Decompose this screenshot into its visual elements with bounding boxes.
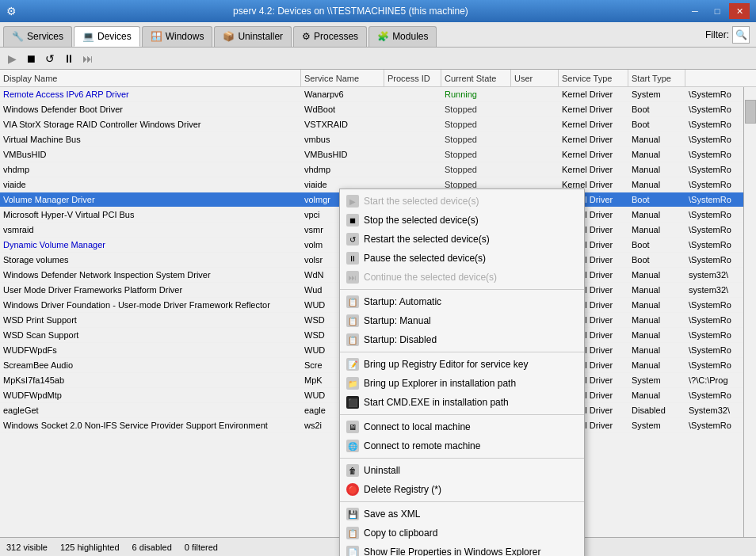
maximize-button[interactable]: □ bbox=[707, 3, 727, 19]
cell-user bbox=[511, 102, 559, 116]
cell-display-name: Windows Defender Network Inspection Syst… bbox=[0, 268, 301, 282]
cell-service-type: Kernel Driver bbox=[559, 117, 628, 131]
context-menu-item[interactable]: 📋 Startup: Automatic bbox=[340, 292, 584, 311]
pause-btn[interactable]: ⏸ bbox=[60, 50, 78, 67]
tab-modules[interactable]: 🧩 Modules bbox=[368, 26, 437, 47]
processes-icon: ⚙ bbox=[302, 31, 311, 42]
cell-display-name: WUDFWpdFs bbox=[0, 343, 301, 357]
cell-display-name: WSD Scan Support bbox=[0, 328, 301, 342]
cell-start-type: Boot bbox=[628, 192, 685, 207]
uninstaller-icon: 📦 bbox=[223, 31, 235, 42]
cell-start-type: Disabled bbox=[628, 403, 685, 417]
col-display-name[interactable]: Display Name bbox=[0, 70, 301, 86]
cell-service-name: WdBoot bbox=[301, 102, 384, 116]
continue-btn[interactable]: ⏭ bbox=[79, 50, 97, 67]
cell-path: system32\ bbox=[685, 268, 743, 282]
cell-path: \SystemRo bbox=[685, 238, 743, 252]
table-row[interactable]: VMBusHID VMBusHID Stopped Kernel Driver … bbox=[0, 147, 743, 162]
stop-btn[interactable]: ⏹ bbox=[22, 50, 40, 67]
context-item-label: Bring up Registry Editor for service key bbox=[364, 359, 528, 370]
cell-start-type: Manual bbox=[628, 313, 685, 327]
context-menu-item[interactable]: 💾 Save as XML bbox=[340, 505, 584, 524]
cell-service-type: Kernel Driver bbox=[559, 87, 628, 101]
col-service-name[interactable]: Service Name bbox=[301, 70, 384, 86]
context-menu-item[interactable]: 🗑 Uninstall bbox=[340, 461, 584, 480]
tab-windows[interactable]: 🪟 Windows bbox=[142, 26, 213, 47]
col-service-type[interactable]: Service Type bbox=[559, 70, 628, 86]
tab-processes[interactable]: ⚙ Processes bbox=[293, 26, 367, 47]
table-row[interactable]: Windows Defender Boot Driver WdBoot Stop… bbox=[0, 102, 743, 117]
col-current-state[interactable]: Current State bbox=[441, 70, 511, 86]
cell-state: Stopped bbox=[441, 117, 511, 131]
cell-service-type: Kernel Driver bbox=[559, 102, 628, 116]
context-menu-item[interactable]: 📋 Startup: Manual bbox=[340, 311, 584, 330]
context-item-icon: 📋 bbox=[346, 333, 359, 346]
tab-uninstaller[interactable]: 📦 Uninstaller bbox=[214, 26, 292, 47]
cell-path: System32\ bbox=[685, 403, 743, 417]
cell-path: \SystemRo bbox=[685, 87, 743, 101]
context-menu-item: ⏭ Continue the selected device(s) bbox=[340, 268, 584, 287]
context-item-label: Pause the selected device(s) bbox=[364, 253, 486, 264]
modules-icon: 🧩 bbox=[377, 31, 389, 42]
context-menu-item[interactable]: 🌐 Connect to remote machine bbox=[340, 436, 584, 455]
table-row[interactable]: VIA StorX Storage RAID Controller Window… bbox=[0, 117, 743, 132]
cell-state: Stopped bbox=[441, 147, 511, 162]
context-menu-item[interactable]: 🔴 Delete Registry (*) bbox=[340, 480, 584, 499]
cell-path: \SystemRo bbox=[685, 313, 743, 327]
services-icon: 🔧 bbox=[12, 31, 24, 42]
context-menu-item[interactable]: 📁 Bring up Explorer in installation path bbox=[340, 374, 584, 393]
cell-display-name: ScreamBee Audio bbox=[0, 358, 301, 372]
context-menu-item[interactable]: ↺ Restart the selected device(s) bbox=[340, 230, 584, 249]
context-menu-item[interactable]: ⏸ Pause the selected device(s) bbox=[340, 249, 584, 268]
cell-path: \SystemRo bbox=[685, 328, 743, 342]
cell-start-type: Manual bbox=[628, 132, 685, 147]
table-row[interactable]: Remote Access IPv6 ARP Driver Wanarpv6 R… bbox=[0, 87, 743, 102]
filter-icon[interactable]: 🔍 bbox=[732, 26, 750, 44]
context-item-icon: ⏹ bbox=[346, 214, 359, 227]
context-menu-separator bbox=[340, 352, 584, 352]
cell-start-type: Manual bbox=[628, 343, 685, 357]
table-row[interactable]: Virtual Machine Bus vmbus Stopped Kernel… bbox=[0, 132, 743, 147]
cell-start-type: System bbox=[628, 87, 685, 101]
cell-pid bbox=[384, 102, 441, 116]
col-user[interactable]: User bbox=[511, 70, 559, 86]
cell-path: \SystemRo bbox=[685, 117, 743, 131]
context-menu-item[interactable]: 🖥 Connect to local machine bbox=[340, 417, 584, 436]
devices-icon: 💻 bbox=[82, 31, 94, 42]
cell-user bbox=[511, 117, 559, 131]
context-menu-item[interactable]: ⬛ Start CMD.EXE in installation path bbox=[340, 393, 584, 412]
tab-services[interactable]: 🔧 Services bbox=[3, 26, 72, 47]
col-process-id[interactable]: Process ID bbox=[384, 70, 441, 86]
table-row[interactable]: vhdmp vhdmp Stopped Kernel Driver Manual… bbox=[0, 162, 743, 177]
cell-state: Stopped bbox=[441, 102, 511, 116]
context-menu-item[interactable]: ⏹ Stop the selected device(s) bbox=[340, 211, 584, 230]
cell-path: \SystemRo bbox=[685, 253, 743, 267]
cell-service-name: vmbus bbox=[301, 132, 384, 147]
cell-display-name: Volume Manager Driver bbox=[0, 192, 301, 207]
context-item-icon: ⬛ bbox=[346, 396, 359, 409]
context-menu-item[interactable]: 📋 Copy to clipboard bbox=[340, 524, 584, 543]
cell-pid bbox=[384, 87, 441, 101]
scrollbar-vertical[interactable] bbox=[743, 87, 756, 543]
cell-state: Running bbox=[441, 87, 511, 101]
column-headers: Display Name Service Name Process ID Cur… bbox=[0, 70, 756, 87]
start-btn[interactable]: ▶ bbox=[3, 50, 21, 67]
col-start-type[interactable]: Start Type bbox=[628, 70, 685, 86]
minimize-button[interactable]: ─ bbox=[685, 3, 705, 19]
close-button[interactable]: ✕ bbox=[729, 3, 750, 19]
cell-start-type: Manual bbox=[628, 177, 685, 192]
context-item-icon: ▶ bbox=[346, 195, 359, 208]
context-item-icon: 📋 bbox=[346, 314, 359, 327]
context-item-label: Connect to local machine bbox=[364, 421, 471, 432]
cell-start-type: Manual bbox=[628, 283, 685, 297]
context-menu-item[interactable]: 📄 Show File Properties in Windows Explor… bbox=[340, 543, 584, 556]
cell-start-type: Manual bbox=[628, 223, 685, 237]
tab-devices[interactable]: 💻 Devices bbox=[74, 26, 140, 47]
context-item-icon: 🌐 bbox=[346, 440, 359, 452]
restart-btn[interactable]: ↺ bbox=[41, 50, 59, 67]
cell-user bbox=[511, 132, 559, 147]
context-item-icon: 📁 bbox=[346, 377, 359, 390]
context-menu-item[interactable]: 📋 Startup: Disabled bbox=[340, 330, 584, 349]
context-menu-item[interactable]: 📝 Bring up Registry Editor for service k… bbox=[340, 355, 584, 374]
cell-start-type: Boot bbox=[628, 238, 685, 252]
